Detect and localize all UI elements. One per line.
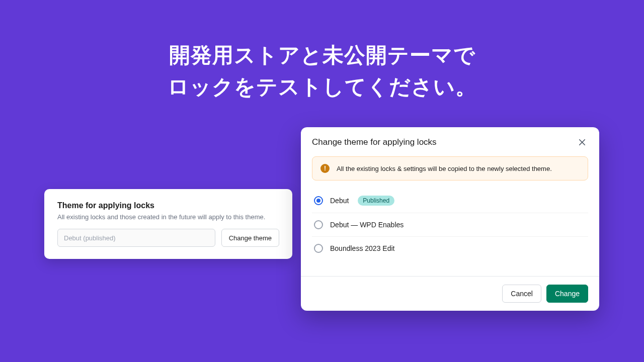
theme-option-boundless[interactable]: Boundless 2023 Edit [312, 237, 588, 260]
theme-input[interactable] [57, 229, 215, 247]
card-controls-row: Change theme [57, 229, 279, 247]
modal-title: Change theme for applying locks [312, 137, 437, 147]
info-icon: ! [320, 164, 330, 173]
theme-option-debut[interactable]: Debut Published [312, 189, 588, 213]
published-badge: Published [358, 196, 394, 206]
headline-line1: 開発用ストアと未公開テーマで [0, 39, 644, 71]
close-icon [578, 138, 587, 147]
headline-line2: ロックをテストしてください。 [0, 71, 644, 103]
theme-label: Debut — WPD Enables [330, 221, 404, 229]
theme-label: Boundless 2023 Edit [330, 244, 394, 252]
theme-list: Debut Published Debut — WPD Enables Boun… [312, 189, 588, 260]
info-banner-text: All the existing locks & settings will b… [337, 165, 552, 172]
radio-icon [314, 196, 323, 205]
modal-header: Change theme for applying locks [301, 127, 599, 156]
change-button[interactable]: Change [546, 285, 588, 303]
theme-card: Theme for applying locks All existing lo… [44, 189, 292, 259]
theme-label: Debut [330, 197, 349, 205]
change-theme-button[interactable]: Change theme [221, 229, 279, 247]
radio-icon [314, 220, 323, 229]
modal-footer: Cancel Change [301, 276, 599, 311]
headline: 開発用ストアと未公開テーマで ロックをテストしてください。 [0, 39, 644, 103]
radio-icon [314, 244, 323, 253]
info-banner: ! All the existing locks & settings will… [312, 156, 588, 180]
change-theme-modal: Change theme for applying locks ! All th… [301, 127, 599, 311]
close-button[interactable] [576, 136, 588, 148]
theme-option-debut-wpd[interactable]: Debut — WPD Enables [312, 213, 588, 237]
card-title: Theme for applying locks [57, 201, 279, 210]
card-description: All existing locks and those created in … [57, 213, 279, 221]
modal-body: ! All the existing locks & settings will… [301, 156, 599, 264]
cancel-button[interactable]: Cancel [502, 285, 541, 303]
